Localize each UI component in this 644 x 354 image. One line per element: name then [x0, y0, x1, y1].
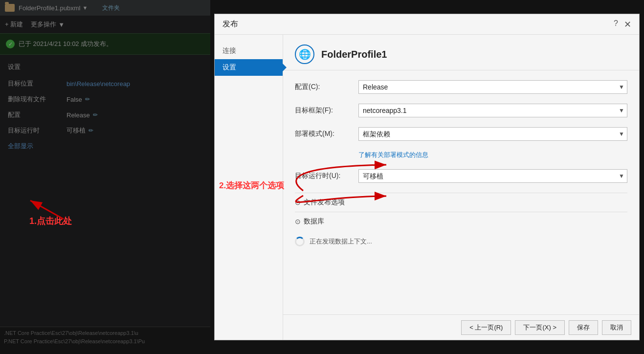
- profile-name: FolderProfile1: [321, 49, 387, 60]
- form-row-config: 配置(C): Release Debug ▼: [295, 80, 627, 94]
- dialog-titlebar: 发布 ? ✕: [215, 14, 639, 35]
- dialog-header: 🌐 FolderProfile1: [283, 35, 639, 70]
- dialog-controls: ? ✕: [614, 19, 631, 30]
- annotation-2: 2.选择这两个选项: [219, 180, 284, 191]
- dialog-content: 配置(C): Release Debug ▼ 目标框架(F): netc: [283, 70, 639, 314]
- label-deploy-mode: 部署模式(M):: [295, 130, 358, 138]
- nav-item-connect[interactable]: 连接: [215, 43, 283, 59]
- collapsible-file-header[interactable]: ⊙ 文件发布选项: [295, 198, 627, 207]
- select-runtime-wrapper: 可移植 win-x64 linux-x64 ▼: [358, 169, 627, 183]
- dialog-title: 发布: [222, 19, 238, 29]
- profile-icon: 🌐: [295, 44, 314, 64]
- save-button[interactable]: 保存: [569, 320, 598, 335]
- prev-button[interactable]: < 上一页(R): [461, 320, 511, 335]
- close-button[interactable]: ✕: [624, 19, 631, 30]
- collapsible-file-icon: ⊙: [295, 199, 301, 206]
- form-row-deploy-mode: 部署模式(M): 框架依赖 独立 ▼: [295, 127, 627, 141]
- select-config-wrapper: Release Debug ▼: [358, 80, 627, 94]
- publish-dialog: 发布 ? ✕ 连接 设置 🌐 FolderProfile1 配置(C):: [214, 14, 640, 340]
- collapsible-db-icon: ⊙: [295, 218, 301, 225]
- loading-spinner: [295, 237, 305, 246]
- dialog-footer: < 上一页(R) 下一页(X) > 保存 取消: [283, 314, 639, 340]
- form-row-framework: 目标框架(F): netcoreapp3.1 net5.0 ▼: [295, 104, 627, 117]
- select-framework-wrapper: netcoreapp3.1 net5.0 ▼: [358, 104, 627, 117]
- collapsible-db-label: 数据库: [304, 217, 324, 226]
- annotation-1: 1.点击此处: [29, 215, 72, 227]
- collapsible-database: ⊙ 数据库: [295, 212, 627, 231]
- label-config-dialog: 配置(C):: [295, 83, 358, 91]
- collapsible-file-label: 文件发布选项: [304, 198, 345, 207]
- loading-text: 正在发现数据上下文...: [310, 237, 372, 246]
- label-framework: 目标框架(F):: [295, 106, 358, 115]
- cancel-button[interactable]: 取消: [602, 320, 631, 335]
- nav-item-settings[interactable]: 设置: [215, 59, 283, 76]
- help-button[interactable]: ?: [614, 19, 618, 30]
- dialog-main: 🌐 FolderProfile1 配置(C): Release Debug ▼: [283, 35, 639, 340]
- select-runtime[interactable]: 可移植 win-x64 linux-x64: [358, 169, 627, 183]
- form-row-runtime: 目标运行时(U): 可移植 win-x64 linux-x64 ▼: [295, 169, 627, 183]
- select-config[interactable]: Release Debug: [358, 80, 627, 94]
- loading-row: 正在发现数据上下文...: [295, 231, 627, 252]
- label-runtime-dialog: 目标运行时(U):: [295, 172, 358, 180]
- collapsible-db-header[interactable]: ⊙ 数据库: [295, 217, 627, 226]
- select-framework[interactable]: netcoreapp3.1 net5.0: [358, 104, 627, 117]
- collapsible-file-publish: ⊙ 文件发布选项: [295, 193, 627, 212]
- select-deploy-wrapper: 框架依赖 独立 ▼: [358, 127, 627, 141]
- select-deploy-mode[interactable]: 框架依赖 独立: [358, 127, 627, 141]
- deploy-info-link[interactable]: 了解有关部署模式的信息: [358, 151, 627, 159]
- next-button[interactable]: 下一页(X) >: [515, 320, 565, 335]
